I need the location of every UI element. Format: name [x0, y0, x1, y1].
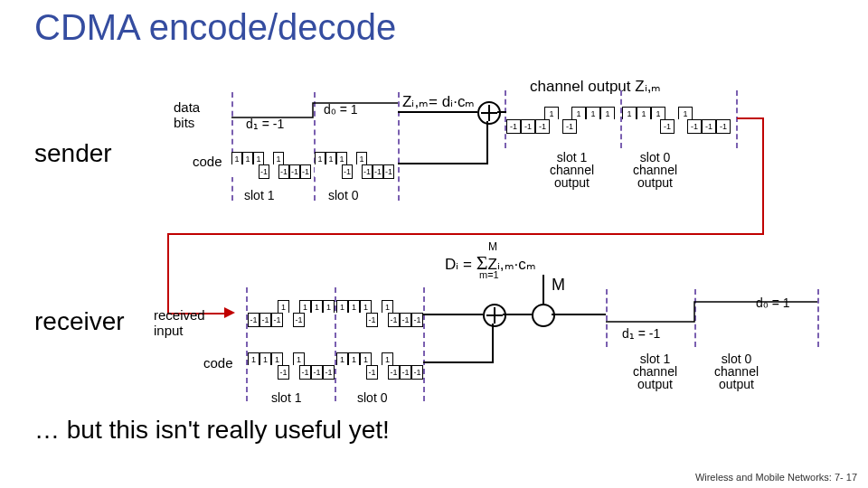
chanout-chips-slot0: 1111-1-1-1-1	[622, 107, 731, 132]
slot0-label: slot 0	[328, 188, 358, 202]
slot-divider	[423, 287, 425, 401]
slot1-label: slot 1	[244, 188, 274, 202]
channel-output-heading: channel output Zᵢ,ₘ	[530, 77, 661, 96]
slot1-label-bot: slot 1	[271, 390, 301, 405]
wire	[497, 111, 506, 113]
M-label: M	[552, 276, 565, 295]
multiply-node-sender	[477, 101, 501, 125]
feedback-wire	[167, 233, 169, 314]
code-label-bot: code	[203, 355, 233, 371]
wire	[492, 324, 494, 361]
code-label-top: code	[193, 154, 222, 169]
sum-lower-limit: m=1	[479, 269, 499, 280]
feedback-wire	[737, 117, 764, 119]
chanout-chips-slot1: 1111-1-1-1-1	[506, 107, 615, 132]
slot-divider	[736, 90, 738, 148]
slot1-chanout-label-bot: slot 1 channel output	[633, 352, 677, 390]
code-chips-slot0: 1111-1-1-1-1	[315, 152, 394, 177]
recv-chips-slot1: 1111-1-1-1-1	[248, 300, 335, 325]
wire	[398, 111, 477, 113]
code-chips-slot1-bot: 1111-1-1-1-1	[248, 352, 335, 378]
data-bits-waveform	[231, 99, 400, 127]
wire	[398, 163, 488, 164]
d0-out-label: d₀ = 1	[756, 296, 790, 310]
wire	[542, 275, 544, 305]
svg-marker-0	[224, 307, 235, 318]
wire	[552, 314, 606, 315]
slide-note: … but this isn't really useful yet!	[34, 416, 390, 445]
slot0-label-bot: slot 0	[357, 390, 387, 405]
slot1-chanout-label: slot 1 channel output	[550, 151, 594, 189]
slot0-chanout-label-bot: slot 0 channel output	[714, 352, 759, 390]
multiply-node-receiver	[483, 304, 506, 327]
wire	[486, 121, 488, 163]
code-chips-slot0-bot: 1111-1-1-1-1	[336, 352, 423, 378]
Di-prefix: Dᵢ =	[445, 256, 476, 273]
recv-chips-slot0: 1111-1-1-1-1	[336, 300, 423, 325]
slide-footer: Wireless and Mobile Networks: 7- 17	[695, 472, 857, 483]
received-input-label: received input	[154, 307, 205, 338]
receiver-label: receiver	[34, 307, 125, 336]
slot0-chanout-label: slot 0 channel output	[633, 151, 677, 189]
z-equation-label: Zᵢ,ₘ= dᵢ·cₘ	[402, 92, 475, 111]
d1-out-label: d₁ = -1	[622, 326, 660, 341]
wire	[423, 314, 483, 315]
feedback-wire	[167, 233, 764, 235]
feedback-wire	[762, 117, 764, 235]
data-bits-label: data bits	[174, 99, 200, 130]
wire	[423, 361, 494, 363]
sum-upper-limit: M	[488, 240, 497, 253]
arrowhead-icon	[224, 307, 237, 320]
code-chips-slot1: 1111-1-1-1-1	[231, 152, 311, 177]
wire	[503, 314, 532, 315]
page-title: CDMA encode/decode	[34, 7, 396, 48]
sum-node-receiver	[532, 304, 555, 327]
sender-label: sender	[34, 139, 112, 168]
